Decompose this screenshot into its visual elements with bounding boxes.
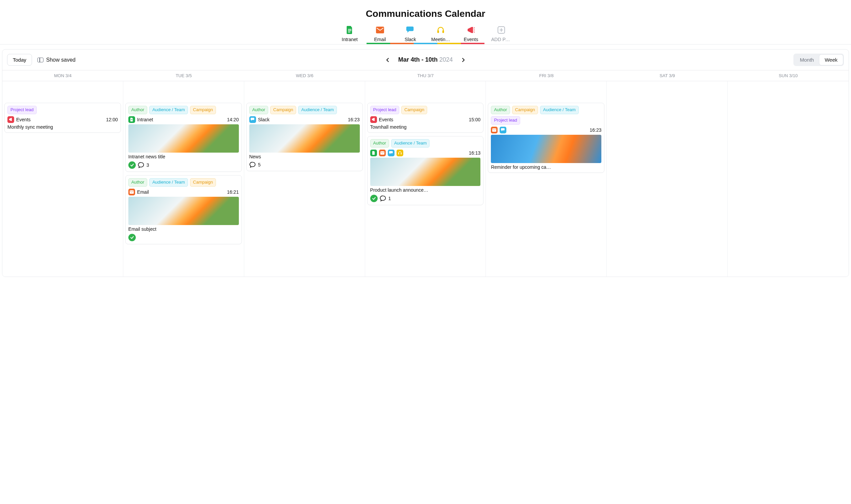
chat-bubble-icon	[406, 26, 414, 34]
card-thumbnail	[491, 135, 601, 163]
tag-author: Author	[370, 139, 389, 147]
tab-add-pages[interactable]: ADD PAGES	[491, 26, 511, 42]
event-card[interactable]: Author Audience / Team	[367, 136, 484, 205]
comment-count: 1	[388, 196, 391, 201]
event-card[interactable]: Project lead Events 12:00 Monthly sync m…	[4, 103, 121, 133]
view-switch: Month Week	[793, 54, 844, 66]
comment-count: 3	[147, 162, 149, 168]
chat-bubble-icon	[500, 127, 506, 133]
show-saved-label: Show saved	[46, 57, 75, 63]
calendar-frame: Today Show saved Mar 4th - 10th 2024 Mon…	[2, 49, 849, 277]
event-card[interactable]: Author Audience / Team Campaign Email 16…	[125, 175, 242, 244]
tab-label: ADD PAGES	[491, 37, 511, 42]
tag-author: Author	[128, 106, 147, 114]
event-time: 16:13	[469, 150, 481, 156]
event-time: 12:00	[106, 117, 118, 122]
svg-rect-1	[348, 30, 351, 31]
megaphone-icon	[7, 116, 14, 123]
event-card[interactable]: Author Campaign Audience / Team Slack 16…	[246, 103, 363, 171]
comment-icon	[138, 162, 145, 168]
check-icon	[128, 234, 136, 241]
check-icon	[128, 161, 136, 169]
next-arrow-icon[interactable]	[459, 56, 468, 64]
day-header: MON 3/4	[2, 70, 123, 81]
tag-audience: Audience / Team	[391, 139, 430, 147]
event-card[interactable]: Project lead Campaign Events 15:00 Townh…	[367, 103, 484, 133]
svg-rect-0	[348, 29, 351, 30]
event-card[interactable]: Author Audience / Team Campaign Intranet…	[125, 103, 242, 172]
card-title: Intranet news title	[128, 154, 239, 159]
envelope-icon	[128, 189, 135, 195]
document-icon	[370, 149, 377, 156]
svg-rect-4	[437, 30, 439, 33]
tag-campaign: Campaign	[270, 106, 296, 114]
tag-author: Author	[128, 178, 147, 187]
tag-project-lead: Project lead	[491, 116, 520, 125]
headset-icon	[437, 26, 445, 34]
day-header: THU 3/7	[365, 70, 486, 81]
card-title: Monthly sync meeting	[7, 124, 118, 130]
day-col-sun	[728, 81, 849, 276]
tag-audience: Audience / Team	[298, 106, 337, 114]
day-col-sat	[607, 81, 728, 276]
comment-icon	[380, 195, 386, 202]
card-title: Reminder for upcoming ca…	[491, 164, 601, 170]
event-time: 16:23	[348, 117, 360, 122]
svg-rect-10	[131, 120, 133, 120]
check-icon	[370, 195, 378, 202]
event-card[interactable]: Author Campaign Audience / Team Project …	[488, 103, 604, 173]
day-header: SAT 3/9	[607, 70, 728, 81]
card-thumbnail	[249, 124, 360, 152]
channel-label: Email	[137, 189, 149, 195]
tag-audience: Audience / Team	[540, 106, 579, 114]
date-navigator: Mar 4th - 10th 2024	[383, 56, 468, 64]
day-col-thu: Project lead Campaign Events 15:00 Townh…	[365, 81, 486, 276]
tab-email[interactable]: Email	[370, 26, 390, 42]
tab-events[interactable]: Events	[461, 26, 481, 42]
svg-rect-2	[348, 32, 350, 32]
date-range-main: Mar 4th - 10th	[398, 56, 438, 63]
svg-rect-15	[401, 153, 402, 154]
day-header: TUE 3/5	[123, 70, 244, 81]
today-button[interactable]: Today	[7, 54, 32, 66]
comment-count: 5	[258, 162, 261, 167]
tag-campaign: Campaign	[190, 106, 216, 114]
calendar-toolbar: Today Show saved Mar 4th - 10th 2024 Mon…	[2, 50, 849, 70]
day-header: FRI 3/8	[486, 70, 607, 81]
svg-rect-6	[472, 27, 473, 33]
svg-rect-5	[442, 30, 444, 33]
channel-label: Intranet	[137, 117, 153, 122]
day-col-tue: Author Audience / Team Campaign Intranet…	[123, 81, 244, 276]
day-header: SUN 3/10	[728, 70, 849, 81]
tag-project-lead: Project lead	[7, 106, 37, 114]
card-thumbnail	[128, 124, 239, 152]
view-month-option[interactable]: Month	[794, 55, 819, 65]
chat-bubble-icon	[249, 116, 256, 123]
chat-bubble-icon	[388, 149, 395, 156]
tag-author: Author	[249, 106, 268, 114]
tab-slack[interactable]: Slack	[400, 26, 420, 42]
tab-intranet[interactable]: Intranet	[340, 26, 360, 42]
tag-audience: Audience / Team	[149, 178, 188, 187]
card-title: News	[249, 154, 360, 159]
svg-rect-12	[374, 118, 375, 121]
tag-author: Author	[491, 106, 510, 114]
envelope-icon	[376, 26, 384, 34]
card-title: Product launch announce…	[370, 187, 481, 193]
channel-label: Slack	[258, 117, 270, 122]
show-saved-toggle[interactable]: Show saved	[37, 57, 75, 63]
tab-label: Meetin…	[431, 37, 450, 42]
tag-campaign: Campaign	[401, 106, 427, 114]
view-week-option[interactable]: Week	[819, 55, 843, 65]
tab-meetings[interactable]: Meetin…	[431, 26, 451, 42]
svg-rect-9	[131, 119, 133, 120]
prev-arrow-icon[interactable]	[383, 56, 392, 64]
envelope-icon	[379, 149, 386, 156]
tab-label: Slack	[404, 37, 416, 42]
panel-icon	[37, 58, 43, 62]
tab-label: Email	[374, 37, 386, 42]
page-title: Communications Calendar	[0, 8, 851, 19]
envelope-icon	[491, 127, 497, 133]
event-time: 16:21	[227, 189, 239, 195]
date-range: Mar 4th - 10th 2024	[398, 56, 453, 63]
